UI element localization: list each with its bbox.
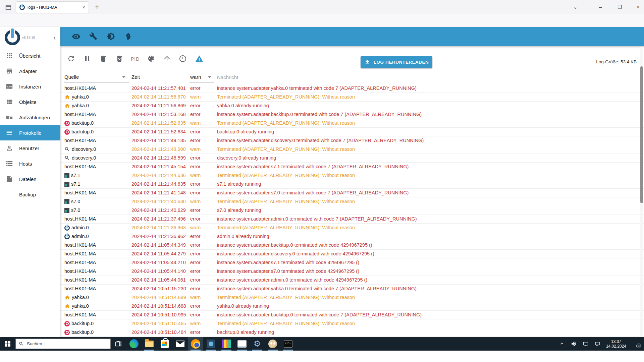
scrollbar-thumb[interactable] — [640, 66, 643, 203]
source-filter-select[interactable]: Quelle — [64, 74, 79, 80]
pid-toggle[interactable]: PID — [131, 56, 140, 62]
log-time: 2024-02-14 11:21:49.135 — [131, 136, 189, 145]
task-view-icon[interactable] — [111, 337, 126, 351]
user-app-icon[interactable] — [203, 337, 219, 351]
log-time: 2024-02-14 11:21:57.401 — [131, 84, 189, 93]
log-severity: warn — [190, 93, 215, 101]
monitor-app-icon[interactable] — [234, 337, 250, 351]
log-time: 2024-02-14 11:21:56.869 — [131, 102, 189, 110]
log-message: Terminated (ADAPTER_ALREADY_RUNNING): Wi… — [217, 293, 639, 302]
sidebar-collapse-icon[interactable]: ‹ — [53, 34, 56, 42]
theme-icon[interactable] — [107, 32, 115, 41]
log-message: instance system.adapter.s7.0 terminated … — [217, 267, 639, 276]
backitup-adapter-icon — [64, 121, 70, 126]
taskbar-search[interactable]: Suchen — [15, 339, 111, 349]
clear-log-icon[interactable] — [99, 55, 107, 63]
stripes-app-icon[interactable] — [219, 337, 234, 351]
firefox-icon[interactable] — [188, 337, 203, 351]
sidebar-item-protokolle[interactable]: Protokolle — [0, 125, 60, 140]
discovery-adapter-icon — [64, 155, 70, 161]
sidebar-item-label: Instanzen — [19, 84, 41, 89]
cast-icon[interactable] — [583, 341, 589, 347]
log-severity: error — [190, 163, 215, 171]
browser-tab[interactable]: logs - HK01-MA × — [16, 2, 89, 13]
notifications-icon[interactable]: 3 — [632, 341, 639, 347]
sidebar-item-dateien[interactable]: Dateien — [0, 171, 60, 187]
visibility-icon[interactable] — [72, 32, 80, 41]
wrench-icon[interactable] — [89, 32, 98, 41]
log-time: 2024-02-14 11:05:44.061 — [131, 276, 189, 284]
log-severity: error — [190, 154, 215, 162]
log-message: admin.0 already running — [217, 232, 639, 241]
log-source: admin.0 — [64, 232, 130, 241]
log-time: 2024-02-14 11:21:40.630 — [131, 197, 189, 206]
log-severity: warn — [190, 145, 215, 154]
log-message: Terminated (ADAPTER_ALREADY_RUNNING): Wi… — [217, 224, 639, 232]
sidebar-item-adapter[interactable]: Adapter — [0, 63, 60, 79]
log-message: instance system.adapter.yahka.0 terminat… — [217, 285, 639, 293]
sidebar-item-benutzer[interactable]: Benutzer — [0, 140, 60, 156]
volume-icon[interactable] — [571, 341, 577, 347]
log-source: host.HK01-MA — [64, 311, 130, 319]
vertical-scrollbar[interactable] — [640, 47, 643, 337]
minimize-button[interactable]: – — [595, 3, 605, 11]
sidebar-item--bersicht[interactable]: Übersicht — [0, 48, 60, 63]
firefox-view-icon[interactable] — [5, 4, 12, 11]
log-severity: error — [190, 258, 215, 267]
sidebar-item-label: Benutzer — [19, 145, 39, 151]
restore-button[interactable]: ❐ — [615, 3, 625, 11]
expert-mode-icon[interactable] — [124, 32, 133, 41]
clear-all-log-icon[interactable] — [115, 55, 123, 63]
message-filter-input[interactable] — [217, 73, 634, 82]
log-source: host.HK01-MA — [64, 189, 130, 197]
iobroker-appbar — [60, 27, 644, 46]
start-button[interactable] — [0, 337, 15, 351]
download-log-button[interactable]: LOG HERUNTERLADEN — [361, 56, 432, 68]
severity-filter-select[interactable]: warn — [190, 74, 201, 80]
log-severity: error — [190, 180, 215, 188]
network-icon[interactable] — [594, 341, 600, 347]
log-message: instance system.adapter.discovery.0 term… — [217, 250, 639, 258]
errors-filter-icon[interactable] — [179, 55, 187, 63]
log-source: yahka.0 — [64, 293, 130, 302]
log-source: discovery.0 — [64, 154, 130, 162]
colors-icon[interactable] — [147, 55, 155, 63]
tab-close-icon[interactable]: × — [83, 5, 85, 10]
sidebar-item-backup[interactable]: Backup — [0, 187, 60, 202]
log-time: 2024-02-14 11:21:48.599 — [131, 154, 189, 162]
log-toolbar: PID LOG HERUNTERLADEN Log-Größe: 53.4 KB — [60, 50, 644, 66]
sidebar-item-instanzen[interactable]: Instanzen — [0, 79, 60, 94]
refresh-icon[interactable] — [67, 55, 75, 63]
scroll-up-icon[interactable] — [163, 55, 171, 63]
severity-filter-chevron-icon[interactable] — [208, 76, 211, 78]
tab-title: logs - HK01-MA — [28, 5, 80, 10]
sidebar-item-label: Protokolle — [19, 130, 42, 136]
gimp-icon[interactable] — [265, 337, 280, 351]
terminal-icon[interactable]: C:\_ — [280, 337, 296, 351]
enums-icon — [6, 114, 13, 121]
user-icon — [6, 144, 13, 152]
sidebar-item-objekte[interactable]: Objekte — [0, 94, 60, 110]
store-icon — [6, 67, 13, 75]
microsoft-store-icon[interactable] — [157, 337, 172, 351]
pause-icon[interactable] — [83, 55, 91, 63]
sidebar-item-aufz-hlungen[interactable]: Aufzählungen — [0, 110, 60, 125]
log-row: host.HK01-MA2024-02-14 11:05:44.279error… — [60, 250, 644, 258]
log-message: instance system.adapter.admin.0 terminat… — [217, 215, 639, 223]
tray-chevron-icon[interactable] — [559, 341, 565, 347]
source-filter-chevron-icon[interactable] — [122, 76, 125, 78]
new-tab-button[interactable]: + — [93, 3, 101, 11]
close-button[interactable]: × — [633, 3, 643, 11]
tab-list-chevron-icon[interactable]: ⌄ — [570, 3, 580, 11]
sidebar-item-hosts[interactable]: Hosts — [0, 156, 60, 171]
system-tray: 13:37 14.02.2024 3 — [559, 339, 644, 349]
warnings-filter-icon[interactable] — [195, 55, 203, 63]
log-source: host.HK01-MA — [64, 285, 130, 293]
yahka-adapter-icon — [64, 103, 70, 109]
taskbar-clock[interactable]: 13:37 14.02.2024 — [606, 339, 626, 349]
file-explorer-icon[interactable] — [142, 337, 157, 351]
log-severity: warn — [190, 119, 215, 127]
services-gear-icon[interactable]: ⚙ — [250, 337, 265, 351]
mail-icon[interactable] — [172, 337, 188, 351]
edge-icon[interactable] — [126, 337, 142, 351]
